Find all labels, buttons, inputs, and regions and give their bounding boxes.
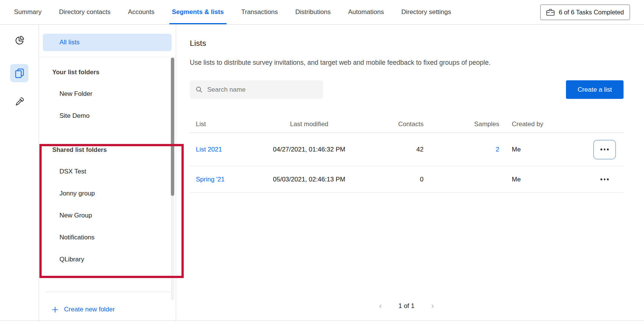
sidebar-item-all-lists[interactable]: All lists: [43, 34, 172, 51]
tab-accounts[interactable]: Accounts: [119, 0, 163, 24]
tab-directory-contacts[interactable]: Directory contacts: [50, 0, 119, 24]
bottom-divider: [0, 320, 644, 321]
rail-button-tools[interactable]: [10, 92, 28, 111]
lists-icon: [14, 68, 25, 78]
next-page-icon[interactable]: ›: [431, 302, 434, 310]
tab-transactions[interactable]: Transactions: [233, 0, 287, 24]
sidebar-scrollbar-track[interactable]: [171, 58, 174, 300]
created-by-cell: Me: [502, 176, 586, 183]
page-indicator: 1 of 1: [399, 302, 415, 310]
contacts-cell: 0: [356, 176, 427, 183]
sidebar-scrollbar-thumb[interactable]: [171, 58, 174, 196]
table-row: List 2021 04/27/2021, 01:46:32 PM 42 2 M…: [190, 133, 624, 166]
prev-page-icon[interactable]: ‹: [379, 302, 381, 310]
folder-item-dsx-test[interactable]: DSX Test: [39, 161, 176, 183]
ellipsis-icon: [600, 148, 602, 150]
col-header-created-by: Created by: [502, 120, 586, 128]
lists-table: List Last modified Contacts Samples Crea…: [190, 116, 624, 193]
contacts-cell: 42: [356, 146, 427, 153]
col-header-samples: Samples: [427, 120, 502, 128]
tasks-badge-label: 6 of 6 Tasks Completed: [559, 9, 624, 16]
create-list-button[interactable]: Create a list: [566, 80, 624, 99]
rail-button-lists[interactable]: [10, 64, 28, 82]
plus-icon: [52, 306, 59, 313]
lists-main: Lists Use lists to distribute survey inv…: [176, 25, 644, 322]
table-row: Spring '21 05/03/2021, 02:46:13 PM 0 Me: [190, 166, 624, 193]
tab-segments-lists[interactable]: Segments & lists: [163, 0, 233, 24]
page-title: Lists: [190, 39, 624, 48]
your-list-folders-section: Your list folders New Folder Site Demo: [39, 61, 176, 127]
col-header-list: List: [190, 120, 262, 128]
list-link[interactable]: Spring '21: [196, 176, 225, 183]
top-navigation: Summary Directory contacts Accounts Segm…: [0, 0, 644, 25]
create-folder-label: Create new folder: [64, 306, 115, 313]
folder-item-jonny-group[interactable]: Jonny group: [39, 183, 176, 205]
ellipsis-icon: [600, 178, 602, 180]
last-modified-cell: 04/27/2021, 01:46:32 PM: [262, 146, 356, 153]
briefcase-icon: [546, 9, 555, 16]
tab-summary[interactable]: Summary: [5, 0, 50, 24]
folder-item-new-folder[interactable]: New Folder: [39, 83, 176, 105]
created-by-cell: Me: [502, 146, 586, 153]
folder-item-new-group[interactable]: New Group: [39, 205, 176, 227]
sidebar-bottom-divider: [45, 292, 170, 292]
section-header-shared-folders: Shared list folders: [39, 139, 176, 161]
row-actions-button[interactable]: [593, 170, 616, 189]
icon-rail: [0, 25, 39, 322]
rail-button-segments[interactable]: [10, 31, 28, 49]
pie-chart-icon: [14, 35, 25, 45]
last-modified-cell: 05/03/2021, 02:46:13 PM: [262, 176, 356, 183]
page-subtitle: Use lists to distribute survey invitatio…: [190, 59, 624, 67]
tasks-completed-badge[interactable]: 6 of 6 Tasks Completed: [540, 5, 630, 20]
col-header-contacts: Contacts: [356, 120, 427, 128]
folder-item-site-demo[interactable]: Site Demo: [39, 105, 176, 127]
folder-item-qlibrary[interactable]: QLibrary: [39, 249, 176, 270]
row-actions-button[interactable]: [593, 140, 616, 159]
search-input[interactable]: [207, 86, 317, 94]
folder-item-notifications[interactable]: Notifications: [39, 227, 176, 249]
create-new-folder-button[interactable]: Create new folder: [52, 306, 115, 313]
table-header-row: List Last modified Contacts Samples Crea…: [190, 116, 624, 133]
tab-automations[interactable]: Automations: [339, 0, 393, 24]
eyedropper-icon: [15, 97, 24, 106]
search-icon: [195, 86, 203, 93]
pagination: ‹ 1 of 1 ›: [190, 302, 623, 310]
lists-sidebar: All lists Your list folders New Folder S…: [39, 25, 176, 322]
search-box[interactable]: [190, 80, 323, 99]
list-link[interactable]: List 2021: [196, 146, 222, 153]
shared-list-folders-section: Shared list folders DSX Test Jonny group…: [39, 139, 176, 270]
section-header-your-folders: Your list folders: [39, 61, 176, 83]
col-header-last-modified: Last modified: [262, 120, 356, 128]
lists-toolbar: Create a list: [190, 80, 624, 99]
samples-link[interactable]: 2: [496, 146, 499, 153]
tab-directory-settings[interactable]: Directory settings: [392, 0, 460, 24]
tab-distributions[interactable]: Distributions: [286, 0, 339, 24]
folder-list: Your list folders New Folder Site Demo S…: [39, 57, 176, 270]
